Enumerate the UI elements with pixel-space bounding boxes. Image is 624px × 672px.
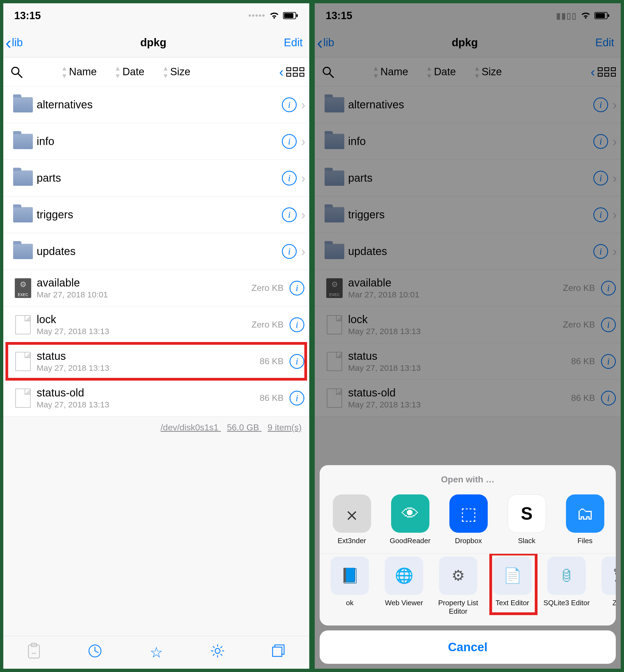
item-name: parts xyxy=(37,172,282,184)
folder-row[interactable]: partsi› xyxy=(3,160,309,196)
info-button[interactable]: i xyxy=(282,171,297,186)
folder-row[interactable]: infoi› xyxy=(315,123,621,160)
share-app-item[interactable]: SSlack xyxy=(500,494,553,545)
share-app-item[interactable]: 🗂Files xyxy=(558,494,612,545)
footer-device[interactable]: /dev/disk0s1s1 xyxy=(161,423,219,432)
info-button[interactable]: i xyxy=(282,244,297,259)
info-button[interactable]: i xyxy=(593,98,608,112)
share-action-item[interactable]: 🌐Web Viewer xyxy=(379,557,428,616)
cancel-button[interactable]: Cancel xyxy=(320,630,616,664)
file-list[interactable]: alternativesi›infoi›partsi›triggersi›upd… xyxy=(3,86,309,416)
grid-icon xyxy=(598,67,616,77)
chevron-right-icon: › xyxy=(611,207,619,222)
executable-icon: EXEC xyxy=(15,278,31,298)
recent-button[interactable] xyxy=(64,643,126,662)
search-icon xyxy=(10,65,23,79)
app-row[interactable]: ⨉Ext3nder👁GoodReader⬚DropboxSSlack🗂Files xyxy=(320,492,616,554)
windows-button[interactable] xyxy=(248,643,309,662)
share-action-item[interactable]: 🛢SQLite3 Editor xyxy=(542,557,591,616)
sort-by-name[interactable]: ▴▾ Name xyxy=(374,64,408,80)
back-button[interactable]: ‹ lib xyxy=(317,34,334,51)
file-row[interactable]: EXECavailableMar 27, 2018 10:01Zero KBi xyxy=(315,270,621,306)
item-name: status xyxy=(348,350,571,362)
info-button[interactable]: i xyxy=(601,281,616,296)
info-button[interactable]: i xyxy=(593,171,608,186)
folder-row[interactable]: triggersi› xyxy=(3,196,309,233)
folder-row[interactable]: alternativesi› xyxy=(315,86,621,123)
share-action-item[interactable]: ⚙Property List Editor xyxy=(434,557,483,616)
item-name: status xyxy=(37,350,260,362)
info-button[interactable]: i xyxy=(593,134,608,149)
file-list[interactable]: alternativesi›infoi›partsi›triggersi›upd… xyxy=(315,86,621,416)
item-size: Zero KB xyxy=(252,320,284,330)
phone-right: 13:15 ▮▮▯▯ ‹ lib dpkg Edit xyxy=(315,3,621,669)
file-row[interactable]: statusMay 27, 2018 13:1386 KBi xyxy=(315,343,621,380)
file-row[interactable]: statusMay 27, 2018 13:1386 KBi xyxy=(3,343,309,380)
sort-by-size[interactable]: ▴▾ Size xyxy=(164,64,190,80)
info-button[interactable]: i xyxy=(601,354,616,369)
folder-row[interactable]: infoi› xyxy=(3,123,309,160)
info-button[interactable]: i xyxy=(601,391,616,405)
info-button[interactable]: i xyxy=(290,281,304,296)
open-with-sheet: Open with … ⨉Ext3nder👁GoodReader⬚Dropbox… xyxy=(320,465,616,664)
layout-toggle-button[interactable]: ‹ xyxy=(279,64,309,79)
info-button[interactable]: i xyxy=(601,317,616,332)
file-row[interactable]: status-oldMay 27, 2018 13:1386 KBi xyxy=(315,380,621,416)
file-row[interactable]: EXECavailableMar 27, 2018 10:01Zero KBi xyxy=(3,270,309,306)
share-action-item[interactable]: 🗜Zip V xyxy=(596,557,616,616)
footer-capacity[interactable]: 56.0 GB xyxy=(227,423,259,432)
folder-row[interactable]: alternativesi› xyxy=(3,86,309,123)
chevron-right-icon: › xyxy=(611,244,619,259)
search-button[interactable] xyxy=(3,65,30,79)
sort-by-name[interactable]: ▴▾ Name xyxy=(62,64,97,80)
info-button[interactable]: i xyxy=(593,207,608,222)
sort-by-date[interactable]: ▴▾ Date xyxy=(116,64,144,80)
item-size: Zero KB xyxy=(563,283,595,293)
chevron-right-icon: › xyxy=(300,170,307,186)
svg-text:•••: ••• xyxy=(31,651,36,655)
page-title: dpkg xyxy=(140,36,166,49)
item-name: alternatives xyxy=(37,99,282,111)
layout-toggle-button[interactable]: ‹ xyxy=(591,64,621,79)
info-button[interactable]: i xyxy=(290,354,304,369)
sort-row: ▴▾ Name ▴▾ Date ▴▾ Size ‹ xyxy=(3,57,309,86)
folder-row[interactable]: triggersi› xyxy=(315,196,621,233)
share-app-item[interactable]: ⨉Ext3nder xyxy=(325,494,379,545)
sort-by-date[interactable]: ▴▾ Date xyxy=(427,64,456,80)
folder-row[interactable]: partsi› xyxy=(315,160,621,196)
svg-line-17 xyxy=(220,654,222,655)
clipboard-button[interactable]: ••• xyxy=(3,643,64,663)
share-app-item[interactable]: 👁GoodReader xyxy=(384,494,437,545)
item-size: Zero KB xyxy=(563,320,595,330)
info-button[interactable]: i xyxy=(593,244,608,259)
info-button[interactable]: i xyxy=(282,98,297,112)
info-button[interactable]: i xyxy=(282,134,297,149)
sort-by-size[interactable]: ▴▾ Size xyxy=(475,64,502,80)
folder-row[interactable]: updatesi› xyxy=(315,233,621,270)
info-button[interactable]: i xyxy=(282,207,297,222)
edit-button[interactable]: Edit xyxy=(595,36,614,49)
share-action-item[interactable]: 📘ok xyxy=(325,557,374,616)
sheet-body: Open with … ⨉Ext3nder👁GoodReader⬚Dropbox… xyxy=(320,465,616,625)
back-button[interactable]: ‹ lib xyxy=(5,34,23,51)
info-button[interactable]: i xyxy=(290,391,304,405)
folder-row[interactable]: updatesi› xyxy=(3,233,309,270)
search-button[interactable] xyxy=(315,65,341,79)
share-action-item[interactable]: 📄Text Editor xyxy=(488,557,537,616)
footer-count[interactable]: 9 item(s) xyxy=(268,423,302,432)
share-app-item[interactable]: ⬚Dropbox xyxy=(442,494,495,545)
app-label: Files xyxy=(577,537,593,545)
edit-button[interactable]: Edit xyxy=(284,36,303,49)
chevron-right-icon: › xyxy=(300,134,307,149)
wifi-icon xyxy=(581,10,591,22)
app-label: GoodReader xyxy=(390,537,431,545)
nav-bar: ‹ lib dpkg Edit xyxy=(3,28,309,57)
favorites-button[interactable]: ☆ xyxy=(126,644,187,661)
file-row[interactable]: status-oldMay 27, 2018 13:1386 KBi xyxy=(3,380,309,416)
file-row[interactable]: lockMay 27, 2018 13:13Zero KBi xyxy=(3,306,309,343)
info-button[interactable]: i xyxy=(290,317,304,332)
file-row[interactable]: lockMay 27, 2018 13:13Zero KBi xyxy=(315,306,621,343)
action-row[interactable]: 📘ok🌐Web Viewer⚙Property List Editor📄Text… xyxy=(320,554,616,625)
settings-button[interactable] xyxy=(187,643,248,662)
app-icon: ⬚ xyxy=(449,494,488,533)
